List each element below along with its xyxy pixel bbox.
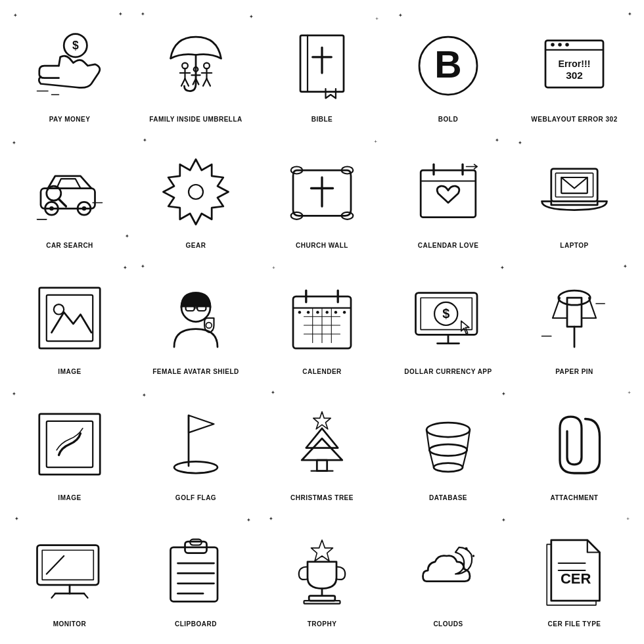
icon-cell-image: ✦ IMAGE (7, 259, 133, 385)
monitor-label: MONITOR (53, 620, 87, 628)
svg-point-36 (49, 206, 54, 211)
svg-point-103 (429, 444, 467, 456)
svg-rect-109 (37, 545, 99, 585)
car-search-label: CAR SEARCH (46, 242, 93, 249)
laptop-label: LAPTOP (560, 242, 588, 249)
svg-line-114 (52, 593, 56, 598)
icon-cell-bold: ✦ B BOLD (385, 7, 511, 133)
cer-file-type-icon: CER (528, 524, 620, 616)
svg-point-65 (206, 322, 212, 328)
database-icon (402, 398, 494, 490)
svg-rect-126 (304, 601, 340, 603)
svg-point-102 (426, 423, 470, 437)
svg-point-78 (316, 311, 319, 313)
weblayout-error-icon: Error!!! 302 (528, 20, 620, 112)
pay-money-label: PAY MONEY (49, 116, 91, 123)
icon-cell-monitor: ✦ MONITOR (7, 511, 133, 637)
image2-icon (24, 398, 116, 490)
icon-cell-cer-file-type: + CER CER FILE TYPE (511, 511, 637, 637)
svg-point-43 (189, 185, 203, 199)
attachment-label: ATTACHMENT (551, 494, 599, 501)
icon-cell-gear: ✦ GEAR (133, 133, 259, 259)
svg-rect-50 (421, 170, 476, 218)
svg-point-80 (334, 311, 337, 313)
svg-point-127 (465, 547, 467, 549)
icon-cell-laptop: ✦ LAPTOP (511, 133, 637, 259)
clouds-icon (402, 524, 494, 616)
icon-cell-golf-flag: ✦ GOLF FLAG (133, 385, 259, 511)
icon-cell-church-wall: + CHURCH WALL (259, 133, 385, 259)
svg-point-28 (551, 43, 555, 47)
golf-flag-icon (150, 398, 242, 490)
svg-line-13 (203, 78, 207, 85)
icon-cell-christmas-tree: ✦ CHRISTMAS TREE (259, 385, 385, 511)
icon-cell-clipboard: ✦ CLIPBOARD (133, 511, 259, 637)
icon-cell-attachment: + ATTACHMENT (511, 385, 637, 511)
svg-point-96 (174, 461, 218, 473)
icon-cell-dollar-currency-app: ✦ $ DOLLAR CURRENCY APP (385, 259, 511, 385)
icon-grid: ✦ ✦ $ PAY MONEY ✦ ✦ (0, 0, 644, 644)
database-label: DATABASE (429, 494, 467, 501)
family-umbrella-label: FAMILY INSIDE UMBRELLA (149, 116, 242, 123)
svg-line-14 (207, 78, 211, 85)
female-avatar-shield-icon (150, 272, 242, 364)
image2-label: IMAGE (58, 494, 81, 501)
clipboard-label: CLIPBOARD (175, 620, 217, 628)
icon-cell-bible: + BIBLE (259, 7, 385, 133)
svg-point-76 (298, 311, 301, 313)
gear-label: GEAR (186, 242, 206, 249)
calender-icon (276, 272, 368, 364)
paper-pin-icon (528, 272, 620, 364)
gear-icon (150, 146, 242, 238)
svg-point-104 (434, 463, 463, 471)
icon-cell-pay-money: ✦ ✦ $ PAY MONEY (7, 7, 133, 133)
icon-cell-female-avatar-shield: ✦ FEMALE AVATAR SHIELD (133, 259, 259, 385)
svg-point-29 (558, 43, 562, 47)
car-search-icon (24, 146, 116, 238)
svg-marker-97 (313, 411, 331, 428)
icon-cell-calendar-love: ✦ CALENDAR LOVE (385, 133, 511, 259)
female-avatar-shield-label: FEMALE AVATAR SHIELD (152, 368, 239, 375)
svg-line-39 (59, 199, 66, 206)
trophy-icon (276, 524, 368, 616)
svg-marker-95 (189, 415, 214, 432)
calendar-love-label: CALENDAR LOVE (418, 242, 479, 249)
icon-cell-calender: + (259, 259, 385, 385)
svg-line-115 (84, 593, 88, 598)
bible-icon (276, 20, 368, 112)
svg-text:$: $ (442, 306, 449, 321)
svg-point-79 (326, 311, 329, 313)
dollar-currency-app-label: DOLLAR CURRENCY APP (404, 368, 492, 375)
svg-point-5 (182, 62, 188, 68)
trophy-label: TROPHY (308, 620, 337, 628)
image-label: IMAGE (58, 368, 81, 375)
christmas-tree-icon (276, 398, 368, 490)
svg-text:B: B (434, 43, 461, 85)
svg-line-9 (185, 78, 189, 85)
calendar-love-icon (402, 146, 494, 238)
svg-text:Error!!!: Error!!! (558, 58, 590, 69)
svg-marker-99 (302, 438, 342, 460)
svg-point-81 (343, 311, 346, 313)
icon-cell-weblayout-error: ✦ Error!!! 302 WEBLAYOUT ERROR 302 (511, 7, 637, 133)
svg-marker-123 (311, 540, 333, 561)
image-icon (24, 272, 116, 364)
svg-text:302: 302 (566, 69, 583, 80)
svg-point-37 (82, 206, 87, 211)
laptop-icon (528, 146, 620, 238)
svg-rect-100 (317, 460, 327, 471)
svg-text:$: $ (72, 38, 79, 51)
svg-point-30 (565, 43, 569, 47)
golf-flag-label: GOLF FLAG (175, 494, 216, 501)
svg-line-8 (181, 78, 185, 85)
church-wall-label: CHURCH WALL (296, 242, 348, 249)
icon-cell-database: ✦ DATABASE (385, 385, 511, 511)
pay-money-icon: $ (24, 20, 116, 112)
icon-cell-paper-pin: ✦ PAPER PIN (511, 259, 637, 385)
bible-label: BIBLE (311, 116, 333, 123)
family-umbrella-icon (150, 20, 242, 112)
svg-text:CER: CER (561, 570, 591, 586)
calender-label: CALENDER (302, 368, 342, 375)
icon-cell-clouds: ✦ CLOUDS (385, 511, 511, 637)
bold-label: BOLD (438, 116, 458, 123)
